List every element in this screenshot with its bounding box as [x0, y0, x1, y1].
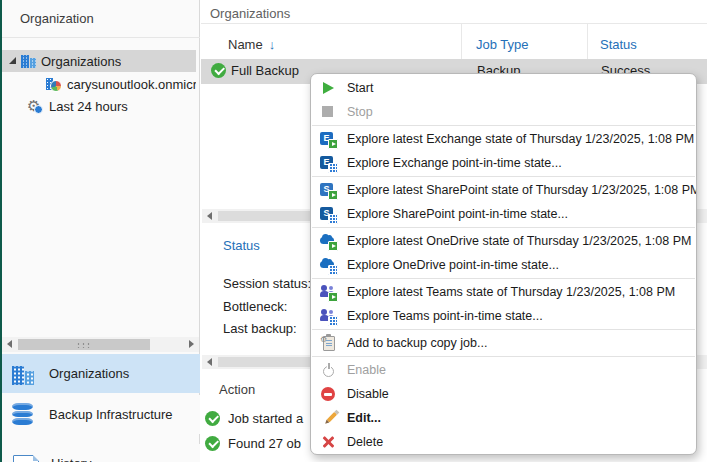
- divider: [2, 37, 200, 38]
- menu-separator: [312, 125, 695, 126]
- field-label-session-status: Session status:: [223, 276, 311, 291]
- menu-item-explore-latest-onedrive[interactable]: Explore latest OneDrive state of Thursda…: [311, 229, 696, 253]
- success-icon: [205, 436, 220, 451]
- sidebar-horizontal-scrollbar[interactable]: [2, 337, 199, 352]
- sort-descending-icon: ↓: [269, 37, 276, 52]
- tree-item-organizations[interactable]: Organizations: [2, 50, 196, 72]
- success-icon: [205, 411, 220, 426]
- menu-item-explore-onedrive-point-in-time[interactable]: Explore OneDrive point-in-time state...: [311, 253, 696, 277]
- column-header-status[interactable]: Status: [600, 37, 637, 52]
- tree-expand-caret-icon[interactable]: [9, 57, 16, 64]
- menu-item-label: Add to backup copy job...: [347, 336, 487, 350]
- menu-item-label: Stop: [347, 105, 373, 119]
- menu-item-label: Explore latest OneDrive state of Thursda…: [347, 234, 691, 248]
- start-icon: [320, 80, 336, 96]
- menu-item-label: Explore latest Exchange state of Thursda…: [347, 132, 694, 146]
- history-icon: [13, 455, 39, 462]
- column-divider: [587, 24, 588, 59]
- teams-latest-icon: [320, 284, 336, 300]
- nav-item-organizations[interactable]: Organizations: [2, 354, 200, 393]
- menu-separator: [312, 227, 695, 228]
- scroll-right-icon[interactable]: [189, 340, 194, 348]
- organizations-nav-icon: [11, 362, 37, 386]
- field-label-bottleneck: Bottleneck:: [223, 299, 287, 314]
- nav-item-label: History: [51, 456, 91, 462]
- action-log-row: Job started a: [205, 411, 303, 426]
- menu-item-label: Disable: [347, 387, 389, 401]
- teams-point-in-time-icon: [320, 308, 336, 324]
- menu-item-edit[interactable]: Edit...: [311, 406, 696, 430]
- success-icon: [211, 63, 226, 78]
- stop-icon: [320, 104, 336, 120]
- scroll-left-icon[interactable]: [207, 358, 212, 366]
- sharepoint-latest-icon: S: [320, 182, 336, 198]
- context-menu: Start Stop E Explore latest Exchange sta…: [310, 73, 697, 455]
- menu-item-label: Explore SharePoint point-in-time state..…: [347, 207, 568, 221]
- menu-item-add-to-backup-copy-job[interactable]: Add to backup copy job...: [311, 331, 696, 355]
- menu-item-explore-exchange-point-in-time[interactable]: E Explore Exchange point-in-time state..…: [311, 151, 696, 175]
- tree-item-organization-m365[interactable]: carysunoutlook.onmicros: [2, 73, 196, 95]
- scroll-left-icon[interactable]: [207, 212, 212, 220]
- menu-item-label: Explore OneDrive point-in-time state...: [347, 258, 559, 272]
- organization-m365-icon: [46, 76, 62, 92]
- tree-item-last-24-hours[interactable]: Last 24 hours: [2, 95, 196, 117]
- column-header-name[interactable]: Name↓: [228, 37, 275, 52]
- organizations-icon: [20, 53, 36, 69]
- menu-item-stop: Stop: [311, 100, 696, 124]
- add-to-backup-copy-icon: [320, 335, 336, 351]
- menu-item-explore-teams-point-in-time[interactable]: Explore Teams point-in-time state...: [311, 304, 696, 328]
- menu-item-label: Start: [347, 81, 373, 95]
- menu-item-label: Explore Exchange point-in-time state...: [347, 156, 562, 170]
- enable-power-icon: [320, 362, 336, 378]
- disable-icon: [320, 386, 336, 402]
- menu-item-explore-latest-sharepoint[interactable]: S Explore latest SharePoint state of Thu…: [311, 178, 696, 202]
- action-log-row: Found 27 ob: [205, 436, 301, 451]
- menu-separator: [312, 278, 695, 279]
- menu-item-start[interactable]: Start: [311, 76, 696, 100]
- menu-separator: [312, 356, 695, 357]
- menu-item-label: Explore latest Teams state of Thursday 1…: [347, 285, 675, 299]
- nav-item-backup-infrastructure[interactable]: Backup Infrastructure: [2, 395, 200, 434]
- menu-item-disable[interactable]: Disable: [311, 382, 696, 406]
- menu-item-label: Delete: [347, 435, 383, 449]
- column-divider: [461, 24, 462, 59]
- action-log-label: Job started a: [228, 411, 303, 426]
- tree-item-label: carysunoutlook.onmicros: [67, 77, 196, 92]
- cell-name: Full Backup: [231, 63, 299, 78]
- menu-item-label: Explore Teams point-in-time state...: [347, 309, 543, 323]
- sidebar-title: Organization: [20, 11, 94, 26]
- action-log-label: Found 27 ob: [228, 436, 301, 451]
- menu-item-delete[interactable]: Delete: [311, 430, 696, 454]
- menu-item-explore-latest-teams[interactable]: Explore latest Teams state of Thursday 1…: [311, 280, 696, 304]
- grip-dots-icon: [76, 342, 92, 348]
- nav-item-label: Backup Infrastructure: [49, 407, 173, 422]
- last-24-hours-icon: [27, 98, 43, 114]
- menu-item-label: Enable: [347, 363, 386, 377]
- exchange-point-in-time-icon: E: [320, 155, 336, 171]
- menu-separator: [312, 329, 695, 330]
- tree-item-label: Organizations: [41, 54, 121, 69]
- menu-item-explore-sharepoint-point-in-time[interactable]: S Explore SharePoint point-in-time state…: [311, 202, 696, 226]
- divider: [201, 23, 707, 24]
- menu-separator: [312, 176, 695, 177]
- action-panel-title: Action: [219, 382, 255, 397]
- delete-icon: [320, 434, 336, 450]
- onedrive-point-in-time-icon: [320, 257, 336, 273]
- veeam-backup-m365-window: Organization Organizations carysunoutloo…: [0, 0, 707, 462]
- nav-item-label: Organizations: [49, 366, 129, 381]
- menu-item-explore-latest-exchange[interactable]: E Explore latest Exchange state of Thurs…: [311, 127, 696, 151]
- menu-item-label: Edit...: [347, 411, 381, 425]
- scrollbar-thumb[interactable]: [18, 339, 150, 350]
- column-header-label: Name: [228, 37, 263, 52]
- scroll-left-icon[interactable]: [7, 340, 12, 348]
- tree-item-label: Last 24 hours: [49, 99, 128, 114]
- sharepoint-point-in-time-icon: S: [320, 206, 336, 222]
- nav-item-history[interactable]: History: [2, 444, 200, 462]
- panel-title: Organizations: [210, 6, 290, 21]
- onedrive-latest-icon: [320, 233, 336, 249]
- column-header-job-type[interactable]: Job Type: [476, 37, 529, 52]
- tab-status[interactable]: Status: [223, 238, 260, 253]
- backup-infrastructure-icon: [11, 403, 37, 427]
- edit-pencil-icon: [320, 410, 336, 426]
- field-label-last-backup: Last backup:: [223, 321, 297, 336]
